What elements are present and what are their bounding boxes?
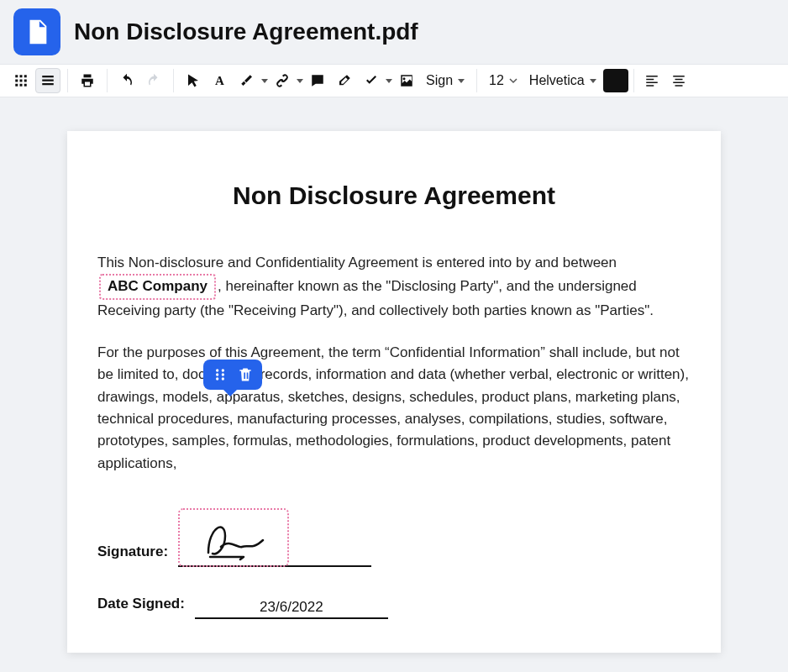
chevron-down-icon <box>590 79 596 83</box>
canvas-area: Non Disclosure Agreement This Non-disclo… <box>0 97 788 672</box>
date-value[interactable]: 23/6/2022 <box>195 599 388 619</box>
app-header: Non Disclosure Agreement.pdf <box>0 0 788 64</box>
page-title: Non Disclosure Agreement <box>97 181 691 210</box>
divider <box>173 69 174 92</box>
para1-before: This Non-disclosure and Confidentiality … <box>97 255 617 270</box>
chevron-down-icon <box>386 79 392 83</box>
signature-row: Signature: <box>97 508 691 567</box>
text-tool[interactable]: A <box>208 68 233 93</box>
color-picker[interactable] <box>603 69 628 92</box>
svg-text:A: A <box>215 74 224 87</box>
grid-view-button[interactable] <box>8 68 34 93</box>
align-left-button[interactable] <box>639 68 665 93</box>
eraser-tool[interactable] <box>332 68 357 93</box>
app-logo <box>13 8 60 55</box>
svg-point-1 <box>216 369 218 371</box>
paragraph-1: This Non-disclosure and Confidentiality … <box>97 252 691 322</box>
chevron-down-icon <box>458 79 465 83</box>
signature-field[interactable] <box>178 508 289 567</box>
highlight-icon[interactable] <box>234 68 260 93</box>
paragraph-2: For the purposes of this Agreement, the … <box>97 342 691 475</box>
divider <box>633 69 634 92</box>
pointer-tool[interactable] <box>181 68 206 93</box>
font-family-select[interactable]: Helvetica <box>524 73 602 88</box>
list-view-button[interactable] <box>35 68 60 93</box>
font-family-value: Helvetica <box>529 73 585 88</box>
align-center-button[interactable] <box>666 68 691 93</box>
highlight-tool[interactable] <box>234 68 268 93</box>
redo-button[interactable] <box>141 68 166 93</box>
chevron-down-icon <box>261 79 268 83</box>
sign-label: Sign <box>426 73 453 88</box>
date-row: Date Signed: 23/6/2022 <box>97 596 691 619</box>
chevron-down-icon <box>509 76 517 85</box>
check-icon[interactable] <box>359 68 384 93</box>
svg-point-3 <box>216 373 218 375</box>
drag-handle-icon[interactable] <box>212 366 229 383</box>
document-page[interactable]: Non Disclosure Agreement This Non-disclo… <box>67 131 721 653</box>
svg-point-5 <box>216 377 218 380</box>
toolbar: A Sign 12 Helvetica <box>0 64 788 97</box>
divider <box>107 69 108 92</box>
checkmark-tool[interactable] <box>359 68 392 93</box>
font-size-select[interactable]: 12 <box>484 73 523 88</box>
link-tool[interactable] <box>270 68 303 93</box>
svg-point-4 <box>222 373 224 375</box>
svg-point-2 <box>222 369 224 371</box>
annotation-toolbar <box>203 360 262 390</box>
divider <box>67 69 68 92</box>
signature-label: Signature: <box>97 543 168 567</box>
comment-tool[interactable] <box>305 68 330 93</box>
font-size-value: 12 <box>489 73 504 88</box>
print-button[interactable] <box>75 68 100 93</box>
signature-image <box>192 515 276 562</box>
document-title: Non Disclosure Agreement.pdf <box>74 18 418 45</box>
date-label: Date Signed: <box>97 596 185 619</box>
undo-button[interactable] <box>114 68 139 93</box>
delete-icon[interactable] <box>237 366 254 383</box>
link-icon[interactable] <box>270 68 295 93</box>
chevron-down-icon <box>297 79 303 83</box>
company-fill-field[interactable]: ABC Company <box>99 274 216 299</box>
sign-dropdown[interactable]: Sign <box>421 73 470 88</box>
image-tool[interactable] <box>394 68 419 93</box>
svg-point-6 <box>222 377 224 380</box>
divider <box>476 69 477 92</box>
signature-line <box>178 508 371 567</box>
